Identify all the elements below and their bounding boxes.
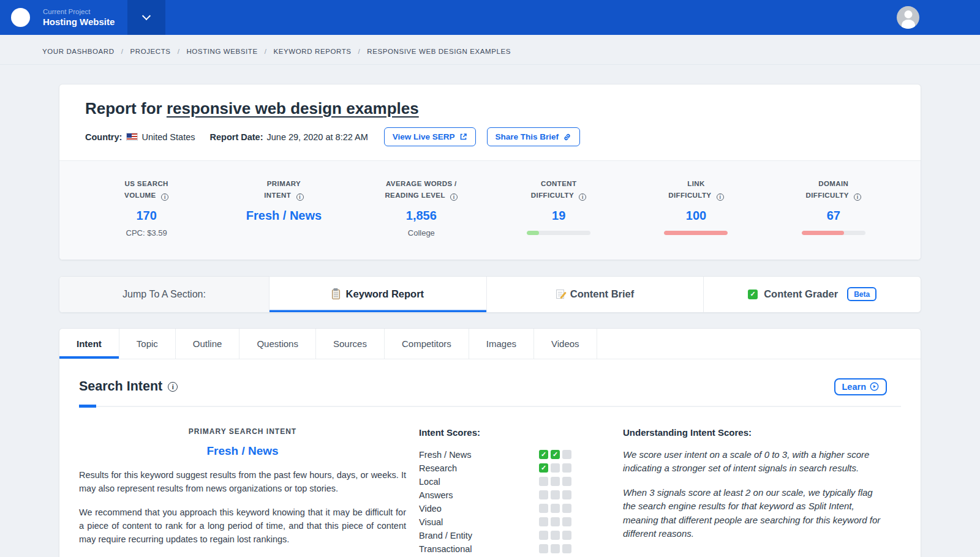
tab-sources[interactable]: Sources	[316, 329, 385, 359]
report-keyword-link[interactable]: responsive web design examples	[167, 99, 419, 118]
intent-scores-column: Intent Scores: Fresh / NewsResearchLocal…	[419, 427, 571, 554]
check-square-icon	[748, 290, 758, 299]
stat-label: PRIMARYINTENT	[215, 178, 352, 201]
empty-box-icon	[562, 477, 571, 486]
stat-label: CONTENTDIFFICULTY	[490, 178, 627, 201]
breadcrumb-item-hosting-website[interactable]: HOSTING WEBSITE	[186, 48, 273, 55]
check-box-icon	[539, 463, 548, 473]
section-nav-heading: Jump To A Section:	[59, 277, 270, 312]
empty-box-icon	[539, 477, 548, 486]
empty-box-icon	[551, 531, 560, 540]
empty-box-icon	[562, 531, 571, 540]
info-icon[interactable]	[161, 193, 168, 201]
tab-intent[interactable]: Intent	[59, 329, 119, 359]
understanding-paragraph: When 3 signals score at least 2 on our s…	[623, 486, 885, 541]
breadcrumb-item-projects[interactable]: PROJECTS	[130, 48, 186, 55]
page-title: Report for responsive web design example…	[85, 99, 895, 118]
empty-box-icon	[562, 544, 571, 553]
section-nav-keyword-report[interactable]: Keyword Report	[270, 277, 487, 312]
country-value: United States	[141, 132, 195, 142]
chevron-down-icon	[142, 12, 151, 20]
info-icon[interactable]	[450, 193, 458, 201]
learn-button[interactable]: Learn	[834, 378, 888, 395]
stat-label: US SEARCHVOLUME	[78, 178, 215, 201]
tab-topic[interactable]: Topic	[119, 329, 176, 359]
report-header: Report for responsive web design example…	[59, 84, 921, 160]
stat-sub: CPC: $3.59	[78, 228, 215, 237]
stat-value: 170	[78, 209, 215, 223]
learn-button-label: Learn	[842, 382, 867, 392]
primary-intent-value: Fresh / News	[79, 444, 406, 458]
empty-box-icon	[562, 463, 571, 473]
stat-link-difficulty: LINKDIFFICULTY 100	[627, 178, 764, 237]
tab-bar: IntentTopicOutlineQuestionsSourcesCompet…	[59, 329, 921, 359]
breadcrumb: YOUR DASHBOARDPROJECTSHOSTING WEBSITEKEY…	[0, 35, 980, 65]
intent-score-row-visual: Visual	[419, 517, 571, 527]
tab-competitors[interactable]: Competitors	[385, 329, 469, 359]
view-live-serp-button[interactable]: View Live SERP	[384, 127, 476, 146]
empty-box-icon	[539, 490, 548, 499]
keyword-report-card: IntentTopicOutlineQuestionsSourcesCompet…	[59, 328, 921, 557]
user-avatar[interactable]	[897, 6, 919, 29]
difficulty-bar	[664, 231, 728, 235]
empty-box-icon	[551, 517, 560, 526]
search-intent-section: Search Intent Learn PRIMARY SEARCH INTEN…	[59, 378, 921, 554]
intent-score-boxes	[539, 544, 571, 553]
breadcrumb-item-keyword-reports[interactable]: KEYWORD REPORTS	[274, 48, 368, 55]
section-head: Search Intent Learn	[79, 378, 901, 395]
memo-pencil-icon	[556, 290, 564, 299]
intent-score-boxes	[539, 477, 571, 486]
intent-scores-heading: Intent Scores:	[419, 427, 571, 438]
info-icon[interactable]	[168, 382, 178, 392]
intent-score-label: Visual	[419, 517, 443, 527]
stat-label: LINKDIFFICULTY	[627, 178, 764, 201]
play-circle-icon	[870, 382, 879, 391]
difficulty-bar-fill	[527, 231, 539, 235]
section-nav-label: Keyword Report	[346, 288, 424, 300]
info-icon[interactable]	[579, 193, 586, 201]
intent-score-boxes	[539, 490, 571, 499]
report-date-label: Report Date:	[209, 132, 263, 142]
breadcrumb-item-your-dashboard[interactable]: YOUR DASHBOARD	[42, 48, 130, 55]
understanding-paragraph: We score user intent on a scale of 0 to …	[623, 448, 885, 476]
stats-band: US SEARCHVOLUME 170CPC: $3.59PRIMARYINTE…	[59, 160, 921, 260]
info-icon[interactable]	[854, 193, 861, 201]
section-title: Search Intent	[79, 379, 162, 394]
empty-box-icon	[551, 504, 560, 513]
intent-score-row-local: Local	[419, 477, 571, 487]
breadcrumb-item-responsive-web-design-examples[interactable]: RESPONSIVE WEB DESIGN EXAMPLES	[367, 48, 511, 55]
stat-domain-difficulty: DOMAINDIFFICULTY 67	[765, 178, 902, 237]
intent-score-boxes	[539, 531, 571, 540]
intent-recommendation-paragraph: We recommend that you approach this keyw…	[79, 506, 406, 546]
intent-scores-list: Fresh / NewsResearchLocalAnswersVideoVis…	[419, 450, 571, 554]
tab-questions[interactable]: Questions	[239, 329, 316, 359]
stat-content-difficulty: CONTENTDIFFICULTY 19	[490, 178, 627, 237]
stat-us-search-volume: US SEARCHVOLUME 170CPC: $3.59	[78, 178, 215, 237]
empty-box-icon	[551, 544, 560, 553]
share-brief-button[interactable]: Share This Brief	[487, 127, 581, 146]
primary-intent-label: PRIMARY SEARCH INTENT	[79, 427, 406, 436]
intent-score-row-answers: Answers	[419, 490, 571, 500]
empty-box-icon	[539, 504, 548, 513]
project-avatar[interactable]	[11, 8, 30, 27]
tab-images[interactable]: Images	[469, 329, 534, 359]
project-dropdown-button[interactable]	[127, 0, 165, 35]
section-divider	[79, 406, 901, 407]
intent-score-label: Local	[419, 477, 440, 487]
stat-value: 67	[765, 209, 902, 223]
external-link-icon	[459, 133, 467, 141]
project-selector[interactable]: Current Project Hosting Website	[43, 8, 115, 27]
stat-value: 19	[490, 209, 627, 223]
empty-box-icon	[562, 450, 571, 459]
section-nav-content-brief[interactable]: Content Brief	[487, 277, 704, 312]
tab-videos[interactable]: Videos	[534, 329, 597, 359]
section-nav-content-grader[interactable]: Content GraderBeta	[704, 277, 921, 312]
empty-box-icon	[562, 517, 571, 526]
info-icon[interactable]	[717, 193, 724, 201]
primary-intent-column: PRIMARY SEARCH INTENT Fresh / News Resul…	[79, 427, 406, 554]
tab-outline[interactable]: Outline	[176, 329, 240, 359]
project-name: Hosting Website	[43, 17, 115, 27]
empty-box-icon	[539, 544, 548, 553]
info-icon[interactable]	[296, 193, 304, 201]
intent-score-label: Answers	[419, 490, 453, 500]
